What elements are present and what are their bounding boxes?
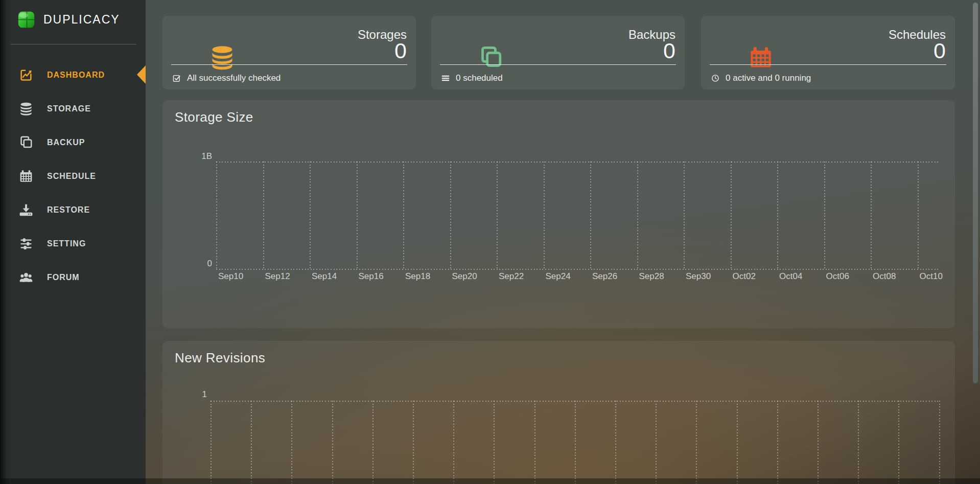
chart-gridline-vertical [898,401,899,484]
chart-gridline-vertical [939,401,940,484]
app-logo: DUPLICACY [17,10,120,29]
card-status: 0 active and 0 running [711,72,811,84]
chart-gridline-vertical [372,401,374,484]
restore-icon [18,202,34,218]
checkbox-checked-icon [172,74,181,83]
storage-size-panel: Storage Size 1B 0 Sep10Sep12Sep14Sep16Se… [162,100,955,328]
sidebar-item-label: RESTORE [47,205,90,215]
list-icon [441,74,450,83]
x-tick-label: Sep22 [499,271,524,282]
card-value: 0 [663,39,675,62]
y-tick-label: 0 [183,259,212,269]
schedules-card[interactable]: Schedules 0 0 active and 0 running [701,16,955,89]
chart-gridline-vertical [590,162,591,269]
x-tick-label: Oct04 [779,271,802,282]
forum-icon [18,270,34,285]
chart-gridline-vertical [615,401,616,484]
x-tick-label: Sep16 [359,271,384,282]
chart-gridline-vertical [494,401,495,484]
chart-gridline-vertical [413,401,414,484]
sidebar-divider [11,44,136,44]
bottom-edge-shade [0,478,980,484]
x-tick-label: Sep24 [546,271,571,282]
chart-gridline-vertical [251,401,252,484]
storage-size-chart: 1B 0 Sep10Sep12Sep14Sep16Sep18Sep20Sep22… [162,100,955,328]
x-tick-label: Sep28 [639,271,664,282]
chart-gridline-vertical [211,401,212,484]
sidebar-item-backup[interactable]: BACKUP [0,126,146,159]
chart-gridline-vertical [818,401,819,484]
sidebar-item-schedule[interactable]: SCHEDULE [0,159,146,193]
chart-gridline-vertical [216,162,217,269]
sidebar-item-dashboard[interactable]: DASHBOARD [0,58,146,92]
x-tick-label: Oct08 [873,271,896,282]
sidebar-item-setting[interactable]: SETTING [0,227,146,261]
sidebar-item-forum[interactable]: FORUM [0,261,146,294]
chart-gridline-vertical [357,162,358,269]
new-revisions-chart: 1 [162,341,955,484]
chart-gridline-vertical [858,401,859,484]
card-status-text: 0 active and 0 running [726,73,811,83]
sidebar: DUPLICACY DASHBOARD STORAGE BACKUP SCHED… [0,0,146,484]
chart-gridline-vertical [731,162,732,269]
active-item-marker [137,65,146,84]
database-icon [209,44,236,71]
chart-gridline-vertical [637,162,638,269]
chart-gridline-vertical [777,162,778,269]
sidebar-item-restore[interactable]: RESTORE [0,193,146,227]
chart-gridline-vertical [656,401,657,484]
x-tick-label: Oct02 [733,271,756,282]
chart-gridline-horizontal [211,401,939,402]
x-tick-label: Sep26 [592,271,617,282]
card-status: All successfully checked [172,72,281,84]
chart-gridline-vertical [696,401,697,484]
chart-gridline-horizontal [216,162,939,163]
x-tick-label: Sep20 [452,271,477,282]
chart-gridline-vertical [263,162,264,269]
new-revisions-panel: New Revisions 1 [162,341,955,484]
card-status-text: 0 scheduled [456,73,503,83]
chart-gridline-vertical [684,162,685,269]
storages-card[interactable]: Storages 0 All successfully checked [162,16,416,89]
card-status-text: All successfully checked [187,73,281,83]
dashboard-icon [18,67,34,83]
backups-card[interactable]: Backups 0 0 scheduled [431,16,685,89]
sidebar-item-storage[interactable]: STORAGE [0,92,146,126]
sidebar-item-label: STORAGE [47,104,91,113]
card-divider [710,64,946,65]
card-value: 0 [394,39,407,62]
sidebar-menu: DASHBOARD STORAGE BACKUP SCHEDULE RESTOR… [0,58,146,294]
y-tick-label: 1 [183,389,207,400]
sidebar-item-label: DASHBOARD [47,71,105,80]
card-divider [440,64,676,65]
chart-gridline-vertical [824,162,825,269]
x-tick-label: Sep30 [686,271,711,282]
chart-gridline-vertical [737,401,738,484]
chart-gridline-vertical [871,162,872,269]
backup-icon [18,135,34,150]
chart-gridline-vertical [918,162,919,269]
setting-icon [18,236,34,251]
chart-gridline-vertical [534,401,535,484]
x-tick-label: Oct10 [920,271,943,282]
chart-gridline-vertical [544,162,545,269]
schedule-icon [18,169,34,184]
chart-gridline-vertical [310,162,311,269]
x-tick-label: Oct06 [826,271,849,282]
duplicacy-logo-icon [17,10,36,29]
sidebar-item-label: SETTING [47,239,86,248]
chart-gridline-vertical [291,401,292,484]
y-tick-label: 1B [183,151,212,162]
card-divider [171,64,407,65]
x-tick-label: Sep14 [312,271,337,282]
sidebar-item-label: FORUM [47,273,80,282]
scrollbar-thumb[interactable] [973,3,978,383]
sidebar-item-label: BACKUP [47,138,85,147]
x-tick-label: Sep12 [265,271,290,282]
storage-icon [18,101,34,117]
chart-gridline-vertical [497,162,498,269]
chart-gridline-vertical [403,162,404,269]
chart-gridline-vertical [777,401,778,484]
copy-icon [478,44,504,71]
app-title: DUPLICACY [43,13,120,27]
